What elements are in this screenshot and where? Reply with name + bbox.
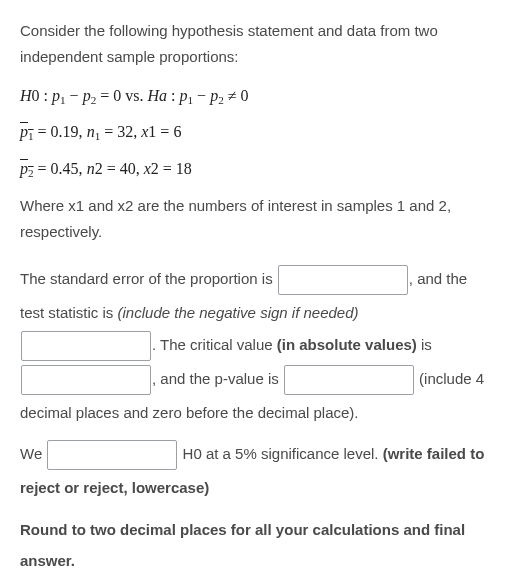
text-crit-label: . The critical value: [152, 336, 277, 353]
question-block-1: The standard error of the proportion is …: [20, 263, 494, 428]
text-h0-level: H0 at a 5% significance level.: [178, 445, 382, 462]
sample1-line: p1 = 0.19, n1 = 32, x1 = 6: [20, 119, 494, 146]
standard-error-input[interactable]: [278, 265, 408, 295]
question-block-2: We H0 at a 5% significance level. (write…: [20, 438, 494, 504]
where-text: Where x1 and x2 are the numbers of inter…: [20, 193, 494, 246]
text-se-label: The standard error of the proportion is: [20, 270, 277, 287]
p-value-input[interactable]: [284, 365, 414, 395]
rounding-instruction: Round to two decimal places for all your…: [20, 514, 494, 570]
intro-text: Consider the following hypothesis statem…: [20, 18, 494, 71]
text-neg-sign-note: (include the negative sign if needed): [118, 304, 359, 321]
text-pvalue-label: , and the p-value is: [152, 370, 283, 387]
test-statistic-input[interactable]: [21, 331, 151, 361]
decision-input[interactable]: [47, 440, 177, 470]
critical-value-input[interactable]: [21, 365, 151, 395]
sample2-line: p2 = 0.45, n2 = 40, x2 = 18: [20, 156, 494, 183]
text-abs-note: (in absolute values): [277, 336, 417, 353]
hypothesis-line: H0 : p1 − p2 = 0 vs. Ha : p1 − p2 ≠ 0: [20, 83, 494, 110]
text-we: We: [20, 445, 46, 462]
text-is: is: [417, 336, 432, 353]
